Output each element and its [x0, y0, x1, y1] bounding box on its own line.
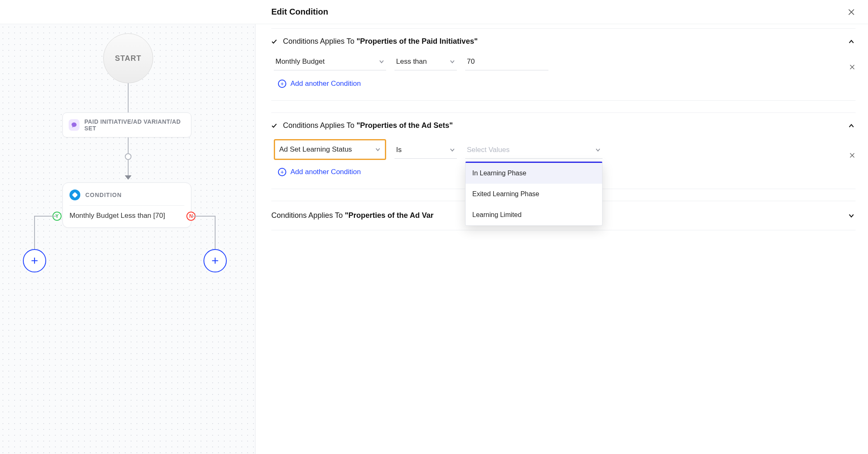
operator-value: Less than	[396, 57, 427, 66]
attribute-select[interactable]: Monthly Budget	[274, 55, 386, 70]
add-condition-label: Add another Condition	[290, 168, 361, 176]
value-select[interactable]: Select Values In Learning Phase Exited L…	[465, 143, 603, 159]
add-condition-label: Add another Condition	[290, 80, 361, 88]
value-placeholder: Select Values	[467, 146, 510, 154]
attribute-select[interactable]: Ad Set Learning Status	[274, 139, 386, 160]
chevron-down-icon	[449, 59, 455, 65]
paid-initiative-node[interactable]: PAID INITIATIVE/AD VARIANT/AD SET	[62, 112, 191, 137]
value-input[interactable]: 70	[465, 55, 548, 70]
chevron-down-icon	[379, 59, 384, 65]
section-ad-sets: Conditions Applies To "Properties of the…	[271, 112, 856, 189]
value-dropdown: In Learning Phase Exited Learning Phase …	[465, 162, 603, 226]
dropdown-option[interactable]: In Learning Phase	[466, 163, 602, 184]
section-title: Conditions Applies To "Properties of the…	[283, 37, 848, 46]
connector	[34, 216, 57, 217]
connector	[34, 216, 35, 249]
condition-node-summary: Monthly Budget Less than [70]	[69, 206, 184, 220]
check-icon	[271, 123, 279, 129]
panel-title: Edit Condition	[271, 7, 328, 17]
start-node-label: START	[115, 54, 141, 63]
section-paid-initiatives: Conditions Applies To "Properties of the…	[271, 28, 856, 101]
plus-icon: +	[31, 254, 38, 268]
add-node-yes-button[interactable]: +	[23, 249, 46, 272]
diamond-icon	[69, 190, 80, 200]
condition-node[interactable]: CONDITION Monthly Budget Less than [70]	[62, 182, 191, 228]
connector	[215, 216, 216, 249]
add-condition-button[interactable]: + Add another Condition	[271, 70, 856, 90]
top-bar: Edit Condition	[0, 0, 868, 24]
connector	[128, 83, 129, 112]
section-toggle[interactable]: Conditions Applies To "Properties of the…	[271, 29, 856, 53]
plus-circle-icon: +	[278, 168, 286, 176]
chat-bubble-icon	[69, 119, 79, 131]
dropdown-option[interactable]: Learning Limited	[466, 205, 602, 225]
chevron-up-icon	[848, 122, 856, 129]
section-toggle[interactable]: Conditions Applies To "Properties of the…	[271, 113, 856, 137]
condition-node-title: CONDITION	[85, 192, 122, 198]
chevron-down-icon	[848, 212, 856, 219]
chevron-down-icon	[375, 147, 381, 152]
plus-circle-icon: +	[278, 80, 286, 88]
plus-icon: +	[211, 254, 219, 268]
operator-select[interactable]: Is	[394, 143, 457, 159]
chevron-up-icon	[848, 38, 856, 45]
remove-condition-button[interactable]	[849, 152, 856, 159]
condition-row: Ad Set Learning Status Is Select Values …	[271, 139, 856, 159]
check-icon	[271, 39, 279, 45]
paid-initiative-node-label: PAID INITIATIVE/AD VARIANT/AD SET	[84, 118, 185, 132]
condition-row: Monthly Budget Less than 70	[271, 55, 856, 70]
start-node[interactable]: START	[103, 33, 153, 83]
remove-condition-button[interactable]	[849, 64, 856, 70]
section-title: Conditions Applies To "Properties of the…	[283, 121, 848, 130]
connector	[192, 216, 215, 217]
add-node-no-button[interactable]: +	[203, 249, 227, 272]
attribute-value: Ad Set Learning Status	[279, 145, 352, 154]
operator-value: Is	[396, 146, 402, 154]
arrow-down-icon	[125, 175, 131, 180]
operator-select[interactable]: Less than	[394, 55, 457, 70]
chevron-down-icon	[595, 147, 601, 153]
value-text: 70	[467, 57, 475, 66]
connector-dot[interactable]	[125, 153, 131, 160]
attribute-value: Monthly Budget	[275, 57, 325, 66]
flow-canvas[interactable]: START PAID INITIATIVE/AD VARIANT/AD SET …	[0, 24, 255, 454]
close-icon	[847, 8, 856, 16]
close-panel-button[interactable]	[847, 8, 856, 16]
dropdown-option[interactable]: Exited Learning Phase	[466, 184, 602, 205]
chevron-down-icon	[449, 147, 455, 153]
edit-condition-panel: Conditions Applies To "Properties of the…	[255, 24, 868, 454]
